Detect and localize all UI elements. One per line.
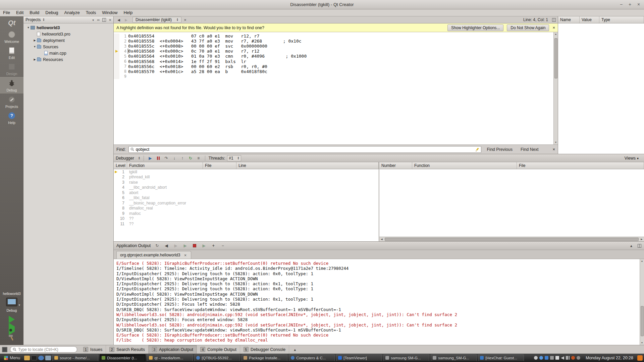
mode-edit[interactable]: Edit	[0, 45, 23, 61]
continue-icon[interactable]	[147, 155, 153, 161]
stack-frame-row[interactable]: 5 abort	[114, 190, 379, 195]
pane-popup-icon[interactable]	[292, 347, 298, 353]
taskbar-window-source[interactable]: source - /home/...	[52, 354, 98, 361]
taskbar-window-qtcreator[interactable]: Disassembler (t...	[100, 354, 146, 361]
output-tab[interactable]: org.qtproject.example.helloworld3 ×	[116, 251, 191, 259]
column-name[interactable]: Name	[558, 16, 580, 23]
split-editor-icon[interactable]	[552, 18, 556, 22]
line-marker-gutter[interactable]	[114, 69, 119, 74]
line-marker-gutter[interactable]	[114, 54, 119, 59]
find-next-button[interactable]: Find Next	[518, 146, 541, 153]
file-manager-icon[interactable]	[24, 356, 30, 360]
breakpoints-body[interactable]	[379, 169, 644, 237]
close-pane-icon[interactable]	[109, 17, 111, 22]
step-out-icon[interactable]	[179, 155, 185, 161]
mode-help[interactable]: Help	[0, 110, 23, 126]
editor-line[interactable]: 4 0x40185560 <+0x000c> 0c 70 a0 e1 mov r…	[114, 49, 553, 54]
minimize-icon[interactable]	[618, 2, 625, 8]
chevron-collapsed-icon[interactable]	[33, 39, 37, 42]
scroll-up-icon[interactable]	[555, 32, 557, 36]
close-infobar-icon[interactable]	[552, 25, 555, 30]
taskbar-window-qtbug[interactable]: [QTBUG-55392...	[194, 354, 240, 361]
scroll-right-icon[interactable]	[639, 238, 644, 241]
output-pane-button[interactable]: 5 Debugger Console	[240, 345, 289, 354]
stack-frame-row[interactable]: 10 ??	[114, 216, 379, 222]
output-pane-button[interactable]: 4 Compile Output	[197, 345, 240, 354]
find-previous-button[interactable]: Find Previous	[484, 146, 515, 153]
stack-frame-row[interactable]: 1 tgkill	[114, 169, 379, 175]
target-device-icon[interactable]	[6, 298, 17, 306]
close-tab-icon[interactable]: ×	[183, 253, 187, 258]
attach-icon[interactable]	[201, 243, 207, 249]
menu-item[interactable]: Analyze	[61, 9, 83, 16]
menu-item[interactable]: Help	[120, 9, 136, 16]
rerun-icon[interactable]	[154, 243, 160, 249]
taskbar-window-package-installer[interactable]: Package Installe...	[241, 354, 287, 361]
maximize-pane-icon[interactable]	[638, 244, 641, 248]
mode-projects[interactable]: Projects	[0, 94, 23, 110]
scrollbar-thumb[interactable]	[641, 306, 644, 336]
pane-select-spinner-icon[interactable]	[43, 18, 45, 21]
filter-icon[interactable]	[92, 18, 95, 22]
next-item-icon[interactable]	[173, 243, 179, 249]
updates-icon[interactable]	[571, 356, 575, 360]
tree-item-maincpp[interactable]: main.cpp	[23, 50, 113, 56]
sync-with-editor-icon[interactable]	[97, 18, 100, 22]
editor-line[interactable]: 7 0x4018556c <+0x0018> 00 00 60 e2 rsb r…	[114, 64, 553, 69]
split-icon[interactable]	[102, 18, 106, 22]
column-file[interactable]: File	[203, 162, 236, 169]
zoom-in-icon[interactable]	[210, 243, 216, 249]
display-icon[interactable]	[550, 356, 554, 360]
document-spinner-icon[interactable]	[176, 18, 178, 21]
menu-item[interactable]: Build	[26, 9, 42, 16]
tree-item-resources[interactable]: Resources	[23, 56, 113, 63]
taskbar-window-samsung2[interactable]: samsung_SM-G...	[431, 354, 477, 361]
interrupt-icon[interactable]	[155, 155, 161, 161]
run-button[interactable]	[9, 316, 15, 323]
collapse-pane-icon[interactable]	[628, 243, 634, 249]
output-panes-menu-icon[interactable]	[2, 347, 7, 352]
locator-input[interactable]	[18, 347, 74, 352]
terminal-icon[interactable]	[31, 356, 37, 360]
tree-item-profile[interactable]: helloworld3.pro	[23, 31, 113, 37]
zoom-out-icon[interactable]	[220, 243, 226, 249]
editor-line[interactable]: 6 0x40185568 <+0x0014> 1e ff 2f 91 bxls …	[114, 59, 553, 64]
line-marker-gutter[interactable]	[114, 59, 119, 64]
output-pane-button[interactable]: 2 Search Results	[106, 345, 149, 354]
network-icon[interactable]	[566, 356, 570, 360]
views-button[interactable]: Views	[621, 155, 642, 161]
taskbar-window-hexchat[interactable]: [HexChat: Guest...	[478, 354, 524, 361]
column-line[interactable]: Line	[236, 162, 379, 169]
debug-run-button[interactable]	[9, 326, 15, 331]
editor-line[interactable]: 1 0x40185554 07 c0 a0 e1 mov r12, r7	[114, 34, 553, 39]
browser-icon[interactable]	[38, 356, 44, 360]
menu-item[interactable]: File	[0, 9, 13, 16]
find-input[interactable]	[136, 147, 474, 152]
column-function[interactable]: Function	[127, 162, 203, 169]
stack-frame-row[interactable]: 4 __libc_android_abort	[114, 185, 379, 190]
line-marker-gutter[interactable]	[114, 44, 119, 49]
forward-icon[interactable]	[123, 18, 129, 22]
horizontal-scrollbar[interactable]	[379, 237, 644, 241]
taskbar-window-qt-folder[interactable]: qt - /media/tom...	[147, 354, 193, 361]
column-value[interactable]: Value	[580, 16, 599, 23]
menu-item[interactable]: Tools	[83, 9, 99, 16]
column-number[interactable]: Number	[379, 162, 412, 169]
stop-icon[interactable]	[192, 243, 198, 249]
locals-body[interactable]	[558, 23, 644, 154]
projects-panel-title[interactable]: Projects	[25, 17, 41, 22]
volume-icon[interactable]	[561, 356, 564, 360]
tray-user-icon[interactable]	[539, 356, 543, 360]
back-icon[interactable]	[116, 18, 122, 22]
column-file[interactable]: File	[517, 162, 644, 169]
editor-line[interactable]: 8 0x40185570 <+0x001c> a5 28 00 ea b 0x4…	[114, 69, 553, 74]
stack-frame-row[interactable]: 9 malloc	[114, 211, 379, 216]
scrollbar-thumb[interactable]	[385, 238, 639, 241]
column-type[interactable]: Type	[599, 16, 644, 23]
tree-item-sources[interactable]: Sources	[23, 44, 113, 50]
previous-item-icon[interactable]	[163, 243, 169, 249]
stack-frame-row[interactable]: 2 pthread_kill	[114, 175, 379, 180]
scroll-left-icon[interactable]	[379, 238, 384, 241]
close-find-bar-icon[interactable]	[552, 147, 555, 152]
bluetooth-icon[interactable]	[545, 356, 548, 360]
